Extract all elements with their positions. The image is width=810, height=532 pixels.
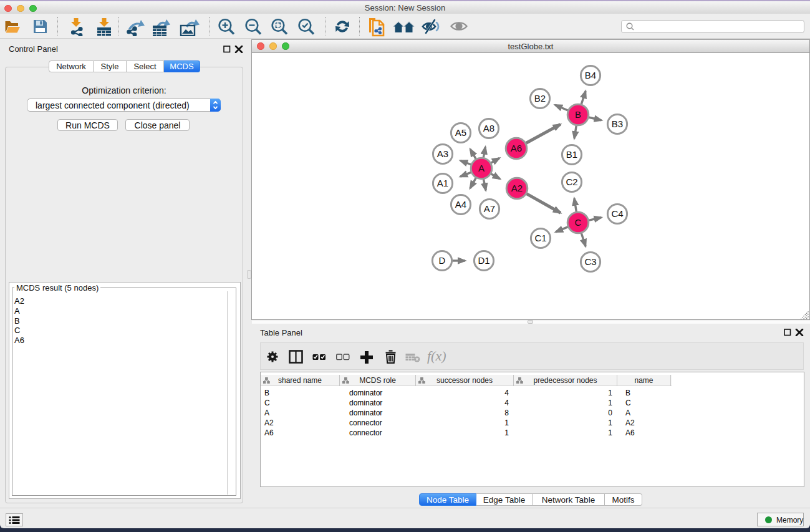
- svg-text:B2: B2: [534, 93, 546, 104]
- svg-text:D: D: [439, 255, 446, 266]
- svg-text:A: A: [478, 163, 485, 173]
- svg-text:B3: B3: [612, 118, 623, 129]
- svg-text:A8: A8: [483, 123, 494, 133]
- svg-text:A5: A5: [455, 127, 466, 138]
- svg-text:C1: C1: [534, 233, 546, 243]
- svg-text:A1: A1: [437, 178, 448, 188]
- svg-text:A7: A7: [484, 203, 495, 214]
- svg-text:C3: C3: [584, 256, 596, 267]
- svg-text:A4: A4: [455, 199, 466, 210]
- svg-text:D1: D1: [478, 255, 489, 266]
- svg-text:B4: B4: [585, 70, 596, 80]
- svg-text:A3: A3: [437, 148, 448, 159]
- svg-text:C2: C2: [566, 177, 577, 187]
- svg-text:B1: B1: [566, 149, 577, 160]
- svg-text:C: C: [575, 217, 582, 228]
- svg-text:C4: C4: [611, 208, 623, 219]
- svg-text:A2: A2: [511, 183, 523, 193]
- svg-text:A6: A6: [511, 143, 522, 153]
- svg-text:B: B: [575, 109, 581, 120]
